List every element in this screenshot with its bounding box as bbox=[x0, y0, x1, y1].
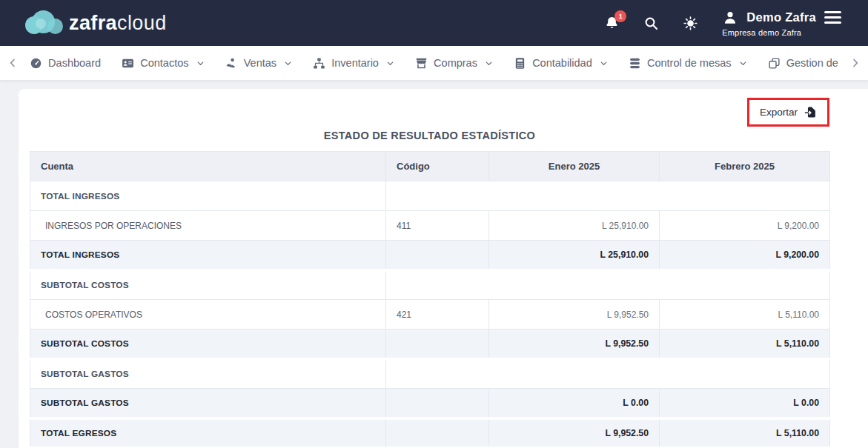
sun-icon[interactable] bbox=[683, 16, 698, 31]
user-icon bbox=[722, 10, 738, 26]
table-row-section: SUBTOTAL COSTOS bbox=[30, 270, 830, 300]
copy-icon bbox=[768, 57, 781, 70]
nav-item-label: Contabilidad bbox=[532, 57, 592, 69]
brand-name-light: cloud bbox=[117, 12, 167, 34]
chevron-down-icon bbox=[739, 59, 747, 67]
nav-item-ventas[interactable]: Ventas bbox=[225, 57, 292, 70]
cell-cuenta: SUBTOTAL GASTOS bbox=[30, 359, 386, 389]
table-row-detail: INGRESOS POR OPERACIONES 411 L 25,910.00… bbox=[30, 211, 830, 241]
brand-name: zafracloud bbox=[69, 12, 167, 35]
cell-febrero: L 9,200.00 bbox=[660, 211, 830, 241]
cell-febrero: L 5,110.00 bbox=[660, 300, 830, 330]
annotation-highlight-box: Exportar bbox=[747, 98, 829, 127]
nav-item-gestion-de[interactable]: Gestion de bbox=[768, 57, 838, 70]
nav-item-inventario[interactable]: Inventario bbox=[313, 57, 394, 70]
nav-item-label: Ventas bbox=[244, 57, 276, 69]
nav-item-control-de-mesas[interactable]: Control de mesas bbox=[629, 57, 747, 70]
topbar: zafracloud 1 Demo Zafra Empresa demo Zaf… bbox=[0, 0, 868, 46]
cell-febrero: L 5,110.00 bbox=[660, 330, 830, 359]
cell-enero: L 9,952.50 bbox=[489, 300, 660, 330]
nav-item-compras[interactable]: Compras bbox=[415, 57, 493, 70]
nav-item-label: Dashboard bbox=[48, 57, 101, 69]
cell-cuenta: TOTAL INGRESOS bbox=[30, 181, 386, 211]
chevron-down-icon bbox=[386, 59, 394, 67]
chevron-down-icon bbox=[196, 59, 205, 67]
cell-enero: L 0.00 bbox=[489, 389, 660, 418]
cell-empty bbox=[386, 359, 830, 389]
nav-item-contabilidad[interactable]: Contabilidad bbox=[514, 57, 608, 70]
cell-cuenta: TOTAL EGRESOS bbox=[30, 418, 386, 448]
table-row-total: SUBTOTAL GASTOS L 0.00 L 0.00 bbox=[30, 389, 830, 418]
hamburger-icon[interactable] bbox=[824, 11, 841, 24]
table-header-row: Cuenta Código Enero 2025 Febrero 2025 bbox=[30, 152, 830, 181]
cell-febrero: L 9,200.00 bbox=[660, 241, 830, 270]
nav-item-dashboard[interactable]: Dashboard bbox=[30, 57, 101, 70]
stacked-discs-icon bbox=[629, 57, 641, 70]
user-name: Demo Zafra bbox=[746, 10, 816, 24]
cell-cuenta: SUBTOTAL GASTOS bbox=[30, 389, 386, 418]
chevron-down-icon bbox=[485, 59, 493, 67]
column-header-febrero: Febrero 2025 bbox=[660, 152, 830, 181]
main-nav: Dashboard Contactos Ventas Inventa bbox=[0, 46, 868, 80]
column-header-enero: Enero 2025 bbox=[489, 152, 660, 181]
export-button[interactable]: Exportar bbox=[750, 101, 826, 124]
nav-item-contactos[interactable]: Contactos bbox=[122, 57, 204, 70]
nav-items: Dashboard Contactos Ventas Inventa bbox=[19, 57, 849, 70]
cell-codigo bbox=[386, 389, 489, 418]
brand-logo[interactable]: zafracloud bbox=[25, 10, 167, 36]
cell-codigo bbox=[386, 241, 489, 270]
cell-enero: L 9,952.50 bbox=[489, 330, 660, 359]
report-title: ESTADO DE RESULTADO ESTADÍSTICO bbox=[30, 130, 829, 141]
nav-item-label: Gestion de bbox=[786, 57, 838, 69]
id-card-icon bbox=[122, 57, 134, 70]
column-header-codigo: Código bbox=[386, 152, 489, 181]
brand-name-bold: zafra bbox=[69, 12, 117, 34]
cell-febrero: L 0.00 bbox=[660, 389, 830, 418]
cell-enero: L 9,952.50 bbox=[489, 418, 660, 448]
cell-codigo bbox=[386, 418, 489, 448]
hand-coin-icon bbox=[225, 57, 238, 70]
cell-codigo bbox=[386, 330, 489, 359]
cell-codigo: 411 bbox=[386, 211, 489, 241]
gauge-icon bbox=[30, 57, 42, 70]
table-row-total: SUBTOTAL COSTOS L 9,952.50 L 5,110.00 bbox=[30, 330, 830, 359]
report-card: Exportar ESTADO DE RESULTADO ESTADÍSTICO… bbox=[19, 89, 868, 448]
user-company: Empresa demo Zafra bbox=[722, 28, 841, 37]
nav-scroll-left-icon[interactable] bbox=[6, 56, 19, 70]
notification-badge: 1 bbox=[614, 10, 626, 22]
cell-empty bbox=[386, 181, 830, 211]
cell-febrero: L 5,110.00 bbox=[660, 418, 830, 448]
cell-cuenta: TOTAL INGRESOS bbox=[30, 241, 386, 270]
user-menu[interactable]: Demo Zafra Empresa demo Zafra bbox=[722, 10, 841, 37]
cell-codigo: 421 bbox=[386, 300, 489, 330]
nav-item-label: Inventario bbox=[331, 57, 379, 69]
cell-enero: L 25,910.00 bbox=[489, 241, 660, 270]
file-export-icon bbox=[804, 106, 817, 118]
chevron-down-icon bbox=[600, 59, 608, 67]
table-row-total: TOTAL INGRESOS L 25,910.00 L 9,200.00 bbox=[30, 241, 830, 270]
chevron-down-icon bbox=[284, 59, 292, 67]
report-table: Cuenta Código Enero 2025 Febrero 2025 TO… bbox=[30, 151, 830, 448]
column-header-cuenta: Cuenta bbox=[30, 152, 386, 181]
calculator-icon bbox=[514, 57, 526, 70]
nav-item-label: Control de mesas bbox=[647, 57, 732, 69]
nav-scroll-right-icon[interactable] bbox=[849, 56, 862, 70]
cell-empty bbox=[386, 270, 830, 300]
bell-icon[interactable]: 1 bbox=[604, 16, 620, 31]
search-icon[interactable] bbox=[643, 16, 659, 31]
nav-item-label: Contactos bbox=[140, 57, 188, 69]
page-content: Exportar ESTADO DE RESULTADO ESTADÍSTICO… bbox=[0, 80, 868, 448]
cell-enero: L 25,910.00 bbox=[489, 211, 660, 241]
table-row-total: TOTAL EGRESOS L 9,952.50 L 5,110.00 bbox=[30, 418, 830, 448]
export-button-label: Exportar bbox=[760, 107, 798, 118]
cell-cuenta: SUBTOTAL COSTOS bbox=[30, 270, 386, 300]
cell-cuenta: SUBTOTAL COSTOS bbox=[30, 330, 386, 359]
cell-cuenta: COSTOS OPERATIVOS bbox=[30, 300, 386, 330]
store-icon bbox=[415, 57, 428, 70]
cloud-logo-icon bbox=[25, 10, 64, 36]
topbar-actions: 1 Demo Zafra Empresa demo Zafra bbox=[604, 10, 841, 37]
cell-cuenta: INGRESOS POR OPERACIONES bbox=[30, 211, 386, 241]
table-row-section: TOTAL INGRESOS bbox=[30, 181, 830, 211]
sitemap-icon bbox=[313, 57, 325, 70]
nav-item-label: Compras bbox=[434, 57, 477, 69]
